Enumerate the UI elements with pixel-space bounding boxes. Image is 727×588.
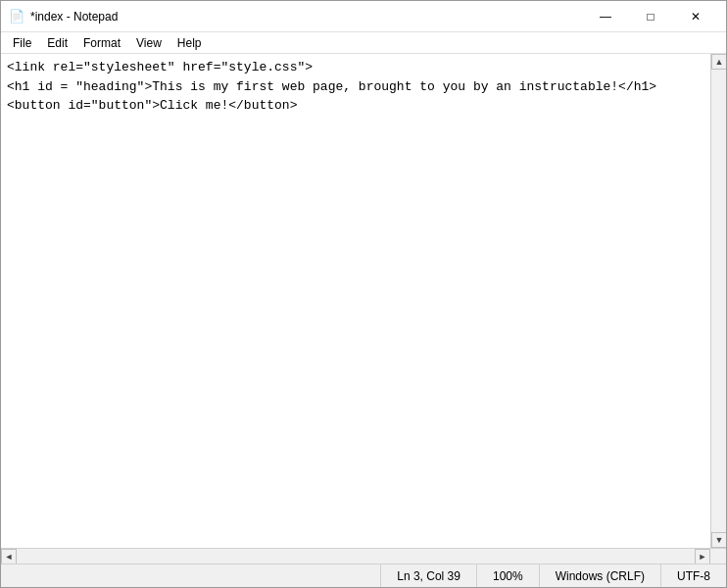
window-title: *index - Notepad xyxy=(30,10,118,24)
menu-file[interactable]: File xyxy=(5,34,39,52)
scroll-down-arrow[interactable]: ▼ xyxy=(711,532,726,548)
close-button[interactable]: ✕ xyxy=(673,1,718,32)
menu-edit[interactable]: Edit xyxy=(39,34,75,52)
encoding: UTF-8 xyxy=(660,564,726,587)
right-scrollbar: ▲ ▼ xyxy=(710,54,726,548)
scroll-track-horizontal[interactable] xyxy=(17,549,695,564)
scroll-up-arrow[interactable]: ▲ xyxy=(711,54,726,70)
editor-main: ▲ ▼ xyxy=(1,54,726,548)
text-editor[interactable] xyxy=(1,54,710,548)
scrollbar-corner xyxy=(710,549,726,564)
menu-help[interactable]: Help xyxy=(170,34,210,52)
title-bar: 📄 *index - Notepad — □ ✕ xyxy=(1,1,726,32)
line-ending: Windows (CRLF) xyxy=(539,564,660,587)
notepad-window: 📄 *index - Notepad — □ ✕ File Edit Forma… xyxy=(0,0,727,588)
title-bar-left: 📄 *index - Notepad xyxy=(9,9,118,24)
menu-view[interactable]: View xyxy=(128,34,170,52)
menu-format[interactable]: Format xyxy=(75,34,128,52)
scroll-left-arrow[interactable]: ◄ xyxy=(1,549,17,564)
editor-wrapper: ▲ ▼ ◄ ► xyxy=(1,54,726,564)
scroll-track-vertical[interactable] xyxy=(711,70,726,532)
bottom-scrollbar: ◄ ► xyxy=(1,548,726,564)
status-bar: Ln 3, Col 39 100% Windows (CRLF) UTF-8 xyxy=(1,564,726,587)
title-controls: — □ ✕ xyxy=(583,1,718,32)
zoom-level: 100% xyxy=(476,564,539,587)
menu-bar: File Edit Format View Help xyxy=(1,32,726,54)
maximize-button[interactable]: □ xyxy=(628,1,673,32)
scroll-right-arrow[interactable]: ► xyxy=(695,549,710,564)
cursor-position: Ln 3, Col 39 xyxy=(380,564,476,587)
app-icon: 📄 xyxy=(9,9,24,24)
minimize-button[interactable]: — xyxy=(583,1,628,32)
